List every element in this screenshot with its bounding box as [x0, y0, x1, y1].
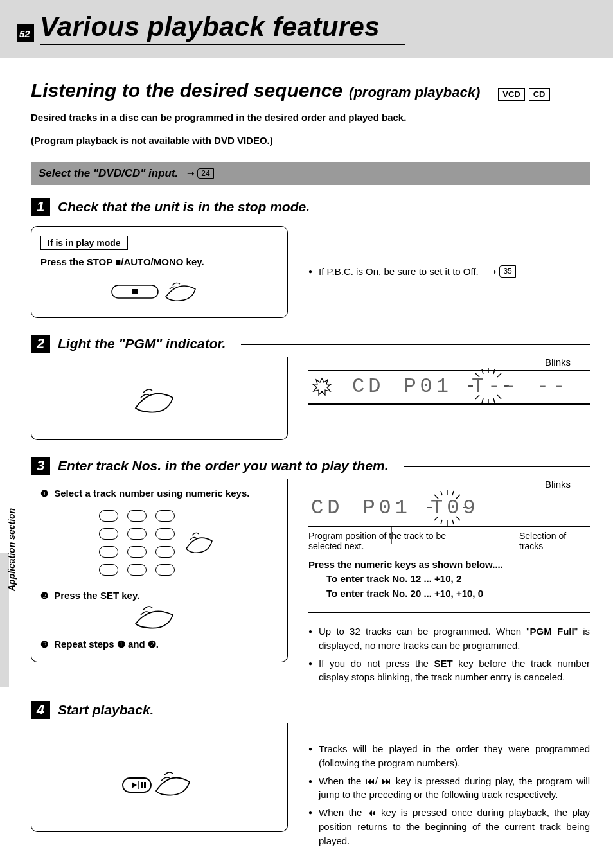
- arrow-icon: ➝: [187, 168, 195, 179]
- badge-vcd: VCD: [498, 88, 524, 101]
- svg-line-10: [482, 369, 483, 374]
- key-icon: [155, 528, 175, 540]
- page-ref-box-35: 35: [499, 265, 515, 278]
- step-3-header: 3 Enter track Nos. in the order you want…: [31, 457, 590, 475]
- step-2-header: 2 Light the "PGM" indicator.: [31, 335, 590, 353]
- select-input-text: Select the "DVD/CD" input.: [39, 167, 178, 180]
- lcd-display-2: CD P01: [308, 492, 590, 527]
- step-3-right: Blinks CD P01: [308, 479, 590, 689]
- step3-line2: ❷ Press the SET key.: [40, 590, 278, 601]
- page-number: 52: [17, 24, 34, 42]
- caption-program-position: Program position of the track to be sele…: [308, 531, 450, 551]
- playback-order-note: Tracks will be played in the order they …: [308, 742, 590, 770]
- step-2-right: Blinks CD P01: [308, 357, 590, 405]
- prev-key-note: When the ⏮ key is pressed once during pl…: [308, 806, 590, 847]
- sun-icon: [311, 376, 333, 398]
- step3-line3-text: Repeat steps ❶ and ❷.: [54, 639, 159, 650]
- step-number-4: 4: [31, 701, 50, 719]
- chapter-title: Various playback features: [40, 12, 405, 45]
- badge-cd: CD: [529, 88, 550, 101]
- note-b-1: If you do not press the: [319, 658, 434, 669]
- key-icon: [127, 510, 147, 522]
- rule-line: [241, 344, 590, 345]
- svg-line-24: [452, 491, 454, 495]
- svg-line-25: [441, 520, 442, 524]
- stop-button-illustration: [40, 276, 278, 306]
- lcd-t09: T09: [431, 496, 479, 520]
- svg-line-26: [452, 520, 454, 524]
- svg-line-12: [482, 398, 483, 403]
- key-icon: [155, 546, 175, 558]
- key-icon: [127, 564, 147, 576]
- intro-text-2: (Program playback is not available with …: [31, 134, 590, 148]
- page-ref-35: ➝ 35: [489, 265, 515, 278]
- lcd-cd: CD: [352, 375, 384, 398]
- step-1-title: Check that the unit is in the stop mode.: [58, 199, 310, 215]
- key-icon: [99, 510, 118, 522]
- lcd-display-1: CD P01 T-- --: [308, 370, 590, 405]
- press-stop-instruction: Press the STOP ■/AUTO/MONO key.: [40, 256, 278, 267]
- step-number-1: 1: [31, 198, 50, 216]
- lcd-t-blank: T-- --: [472, 375, 569, 398]
- note-a-bold: PGM Full: [530, 626, 574, 637]
- lcd-cd-2: CD: [311, 496, 343, 520]
- lcd-p01: P01: [404, 375, 452, 398]
- key-icon: [155, 564, 175, 576]
- select-input-bar: Select the "DVD/CD" input. ➝ 24: [31, 162, 590, 185]
- disc-badges: VCD CD: [498, 88, 549, 101]
- step3-line3: ❸ Repeat steps ❶ and ❷.: [40, 639, 278, 650]
- svg-rect-30: [144, 782, 146, 788]
- step-1-box: If is in play mode Press the STOP ■/AUTO…: [31, 226, 288, 318]
- step-1-header: 1 Check that the unit is in the stop mod…: [31, 198, 590, 216]
- skip-key-note: When the ⏮/ ⏭ key is pressed during play…: [308, 774, 590, 802]
- step-1-right: If P.B.C. is On, be sure to set it to Of…: [308, 220, 590, 283]
- section-title: Listening to the desired sequence: [31, 80, 342, 102]
- svg-line-11: [493, 369, 495, 374]
- svg-line-13: [493, 398, 495, 403]
- rule-line: [404, 466, 590, 467]
- step-number-3: 3: [31, 457, 50, 475]
- lcd-caption-row: Program position of the track to be sele…: [308, 531, 590, 551]
- note-pgm-full: Up to 32 tracks can be programmed. When …: [308, 624, 590, 653]
- if-play-mode-label: If is in play mode: [40, 236, 128, 250]
- circ-1: ❶: [40, 488, 49, 499]
- key-icon: [99, 546, 118, 558]
- pbc-off-text: If P.B.C. is On, be sure to set it to Of…: [319, 266, 479, 277]
- keypad-grid: [99, 510, 177, 576]
- section-heading-row: Listening to the desired sequence (progr…: [31, 80, 590, 102]
- key-icon: [99, 528, 118, 540]
- svg-rect-29: [141, 782, 143, 788]
- step-4-title: Start playback.: [58, 702, 154, 718]
- key-icon: [155, 510, 175, 522]
- page-ref-box: 24: [197, 168, 213, 179]
- lcd-p01-2-text: P01: [362, 496, 411, 520]
- step3-line1: ❶ Select a track number using numeric ke…: [40, 488, 278, 499]
- note-set-timeout: If you do not press the SET key before t…: [308, 657, 590, 685]
- press-12: To enter track No. 12 ... +10, 2: [308, 572, 590, 587]
- svg-line-23: [441, 491, 442, 495]
- circ-3: ❸: [40, 639, 49, 650]
- pointer-line-icon: [391, 527, 392, 544]
- key-icon: [99, 564, 118, 576]
- rule-line: [169, 711, 590, 711]
- play-pause-key-icon: [118, 764, 201, 802]
- note-b-bold: SET: [434, 658, 452, 669]
- press-header: Press the numeric keys as shown below...…: [308, 558, 590, 572]
- circ-2: ❷: [40, 590, 49, 601]
- blinks-label-1: Blinks: [308, 357, 590, 368]
- key-icon: [127, 528, 147, 540]
- pgm-key-icon: [124, 382, 195, 421]
- blinks-label-2: Blinks: [308, 479, 590, 490]
- set-key-icon: [124, 601, 195, 633]
- hand-press-icon: [181, 527, 220, 559]
- step-2-title: Light the "PGM" indicator.: [58, 336, 226, 351]
- intro-text-1: Desired tracks in a disc can be programm…: [31, 111, 590, 125]
- note-a-1: Up to 32 tracks can be programmed. When …: [319, 626, 530, 637]
- pbc-off-note: If P.B.C. is On, be sure to set it to Of…: [308, 265, 590, 279]
- step-4-right: Tracks will be played in the order they …: [308, 723, 590, 851]
- step3-line2-text: Press the SET key.: [54, 590, 139, 601]
- svg-rect-1: [132, 289, 138, 294]
- arrow-icon: ➝: [489, 265, 497, 278]
- main-content: Listening to the desired sequence (progr…: [0, 58, 613, 868]
- section-subtitle: (program playback): [349, 84, 480, 101]
